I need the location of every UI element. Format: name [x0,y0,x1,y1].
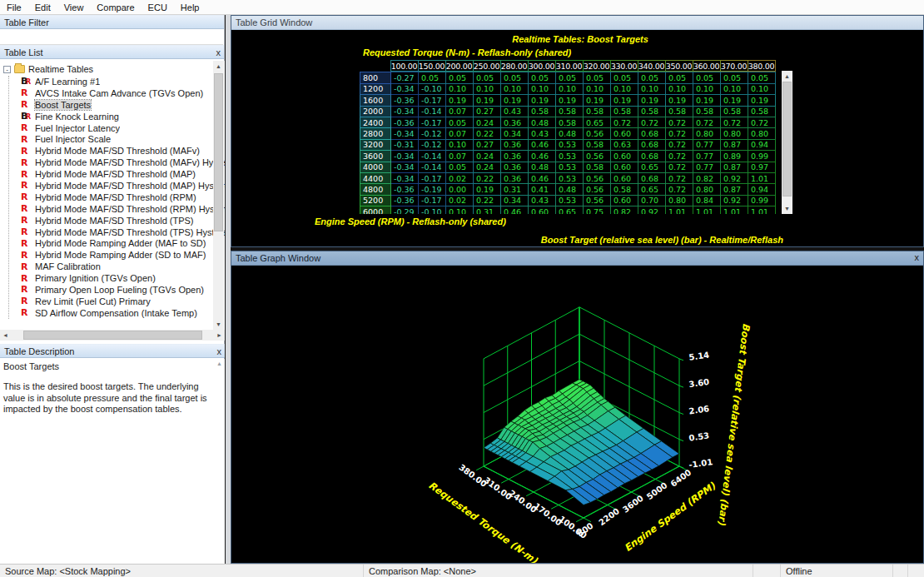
grid-cell[interactable]: 0.68 [638,151,666,162]
menu-ecu[interactable]: ECU [142,2,174,13]
table-list-item[interactable]: RAVCS Intake Cam Advance (TGVs Open) [9,87,225,99]
grid-cell[interactable]: 0.19 [529,95,556,106]
table-list-item[interactable]: RHybrid Mode MAF/SD Threshold (MAP) Hyst… [9,180,225,192]
grid-cell[interactable]: 0.80 [666,195,693,206]
grid-cell[interactable]: 0.72 [666,128,693,139]
grid-row-header[interactable]: 2800 [360,128,391,139]
grid-cell[interactable]: 0.58 [556,117,584,127]
grid-cell[interactable]: 0.72 [666,139,693,150]
grid-cell[interactable]: 0.70 [638,195,666,206]
grid-cell[interactable]: 0.36 [501,139,529,150]
grid-cell[interactable]: 0.89 [721,151,748,162]
grid-row-header[interactable]: 1200 [360,83,391,94]
grid-cell[interactable]: 0.80 [693,128,721,139]
grid-cell[interactable]: -0.17 [419,195,446,206]
table-list-item[interactable]: RSD Airflow Compensation (Intake Temp) [9,307,225,319]
grid-column-header[interactable]: 350.00 [665,61,693,72]
grid-cell[interactable]: 0.05 [584,72,611,83]
table-list-item[interactable]: RHybrid Mode Ramping Adder (MAF to SD) [9,237,225,249]
collapse-toggle-icon[interactable]: - [3,66,11,73]
menu-compare[interactable]: Compare [90,2,141,13]
grid-cell[interactable]: 0.05 [748,72,776,83]
grid-cell[interactable]: 0.05 [556,72,584,83]
grid-cell[interactable]: 0.58 [529,106,556,117]
grid-cell[interactable]: 0.94 [748,139,776,150]
grid-cell[interactable]: -0.14 [419,151,446,162]
table-filter-header[interactable]: Table Filter [0,15,224,29]
scroll-down-icon[interactable]: ▼ [782,203,792,214]
grid-cell[interactable]: 0.87 [721,162,748,172]
scrollbar-thumb[interactable] [23,331,202,340]
grid-cell[interactable]: 0.58 [638,106,666,117]
grid-cell[interactable]: 0.58 [748,106,776,117]
grid-column-header[interactable]: 380.00 [748,61,775,72]
table-list-item[interactable]: BRFine Knock Learning [9,111,225,122]
grid-cell[interactable]: -0.12 [419,139,446,150]
grid-cell[interactable]: 0.05 [693,72,721,83]
table-list-item[interactable]: RPrimary Ignition (TGVs Open) [9,272,225,284]
grid-cell[interactable]: 0.48 [529,162,556,172]
grid-cell[interactable]: -0.14 [419,106,446,117]
grid-cell[interactable]: 0.07 [446,128,474,139]
grid-cell[interactable]: 0.27 [474,106,501,117]
grid-cell[interactable]: 0.05 [638,72,666,83]
grid-cell[interactable]: -0.17 [419,95,446,106]
grid-row-header[interactable]: 3600 [360,151,391,162]
grid-cell[interactable]: 0.75 [584,206,611,215]
table-list-item[interactable]: RHybrid Mode Ramping Adder (SD to MAF) [9,249,225,261]
table-list-item[interactable]: RHybrid Mode MAF/SD Threshold (MAFv) Hys… [9,157,225,168]
grid-cell[interactable]: 0.02 [446,172,474,183]
grid-cell[interactable]: 0.22 [474,128,501,139]
grid-cell[interactable]: 0.97 [748,162,776,172]
grid-cell[interactable]: 0.68 [638,128,666,139]
grid-cell[interactable]: 0.60 [611,162,638,172]
grid-cell[interactable]: -0.34 [391,83,419,94]
grid-cell[interactable]: -0.10 [419,206,446,215]
grid-cell[interactable]: 0.53 [556,151,584,162]
scroll-right-icon[interactable]: ► [214,330,225,341]
grid-cell[interactable]: 0.19 [584,95,611,106]
grid-cell[interactable]: 0.46 [529,172,556,183]
grid-cell[interactable]: 0.41 [529,184,556,195]
grid-cell[interactable]: 0.65 [638,184,666,195]
menu-view[interactable]: View [57,2,91,13]
grid-cell[interactable]: 0.58 [666,106,693,117]
grid-cell[interactable]: -0.10 [419,83,446,94]
grid-cell[interactable]: -0.34 [391,162,419,172]
table-grid-window-titlebar[interactable]: Table Grid Window [231,16,923,30]
grid-cell[interactable]: 0.72 [666,162,693,172]
table-list-item[interactable]: RMAF Calibration [9,261,225,272]
grid-cell[interactable]: 0.82 [611,206,638,215]
grid-column-header[interactable]: 100.00 [390,61,418,72]
grid-cell[interactable]: 0.10 [666,83,693,94]
grid-column-header[interactable]: 360.00 [693,61,720,72]
grid-cell[interactable]: 0.05 [611,72,638,83]
grid-cell[interactable]: 0.36 [501,172,529,183]
table-list-header[interactable]: Table List x [0,45,224,59]
grid-cell[interactable]: 0.58 [584,106,611,117]
grid-cell[interactable]: 0.80 [721,128,748,139]
grid-vertical-scrollbar[interactable]: ▲ ▼ [782,71,792,214]
grid-cell[interactable]: 0.43 [529,128,556,139]
grid-cell[interactable]: -0.17 [419,172,446,183]
grid-column-header[interactable]: 200.00 [445,61,473,72]
grid-cell[interactable]: 0.72 [693,117,721,127]
grid-cell[interactable]: 1.01 [721,206,748,215]
scroll-up-icon[interactable]: ▲ [213,61,224,72]
grid-cell[interactable]: -0.34 [391,151,419,162]
grid-cell[interactable]: 0.72 [638,117,666,127]
grid-cell[interactable]: 0.10 [446,83,474,94]
grid-cell[interactable]: 0.10 [638,83,666,94]
grid-cell[interactable]: 0.72 [666,172,693,183]
grid-cell[interactable]: 0.60 [611,195,638,206]
grid-cell[interactable]: 0.02 [446,195,474,206]
grid-cell[interactable]: 0.19 [638,95,666,106]
grid-cell[interactable]: -0.36 [391,184,419,195]
scroll-down-icon[interactable]: ▼ [213,319,224,330]
grid-cell[interactable]: 1.01 [748,206,776,215]
surface-plot[interactable]: 100.00170.00240.00310.00380.008002200360… [231,266,923,563]
grid-cell[interactable]: 0.05 [721,72,748,83]
grid-cell[interactable]: -0.31 [391,139,419,150]
grid-cell[interactable]: 0.68 [638,139,666,150]
grid-cell[interactable]: 0.48 [556,184,584,195]
